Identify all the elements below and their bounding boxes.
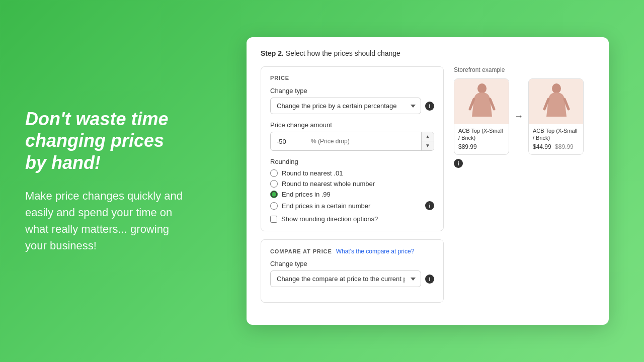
price-change-row: % (Price drop) ▲ ▼ xyxy=(270,132,434,151)
compare-change-type-row: Change the compare at price to the curre… xyxy=(270,270,434,287)
rounding-option-1: Round to nearest whole number xyxy=(270,180,434,188)
rounding-label: Rounding xyxy=(270,158,434,165)
rounding-info-icon[interactable]: i xyxy=(425,201,434,210)
price-suffix: % (Price drop) xyxy=(311,138,421,145)
storefront-info-icon[interactable]: i xyxy=(454,159,463,168)
storefront-area: Storefront example xyxy=(454,66,595,311)
product-silhouette-before xyxy=(467,81,497,122)
compare-at-label: COMPARE AT PRICE xyxy=(270,248,332,254)
product-silhouette-after xyxy=(541,81,572,122)
product-price-after: $44.99 $89.99 xyxy=(533,143,579,150)
step-header: Step 2. Select how the prices should cha… xyxy=(261,49,595,57)
product-name-before: ACB Top (X-Small / Brick) xyxy=(458,127,505,142)
main-content: PRICE Change type Change the price by a … xyxy=(261,66,595,311)
rounding-radio-3[interactable] xyxy=(270,202,278,210)
rounding-label-2: End prices in .99 xyxy=(282,191,331,198)
compare-change-type-select[interactable]: Change the compare at price to the curre… xyxy=(270,270,421,287)
product-info-after: ACB Top (X-Small / Brick) $44.99 $89.99 xyxy=(529,124,583,154)
new-price: $44.99 xyxy=(533,143,551,150)
product-card-after: ACB Top (X-Small / Brick) $44.99 $89.99 xyxy=(528,78,584,155)
price-change-label: Price change amount xyxy=(270,121,434,129)
change-type-select[interactable]: Change the price by a certain percentage… xyxy=(270,98,421,114)
rounding-option-3-row: End prices in a certain number i xyxy=(270,201,434,210)
product-img-after xyxy=(529,79,584,124)
left-panel: Don't waste time changing prices by hand… xyxy=(0,78,211,284)
svg-point-1 xyxy=(552,83,561,94)
change-type-info-icon[interactable]: i xyxy=(425,102,434,111)
rounding-radio-group: Round to nearest .01 Round to nearest wh… xyxy=(270,169,434,210)
headline: Don't waste time changing prices by hand… xyxy=(25,108,186,173)
product-price-before: $89.99 xyxy=(458,143,505,150)
old-price: $89.99 xyxy=(555,143,574,150)
rounding-radio-1[interactable] xyxy=(270,180,278,188)
rounding-option-2: End prices in .99 xyxy=(270,191,434,198)
product-card-before: ACB Top (X-Small / Brick) $89.99 xyxy=(454,78,509,155)
rounding-option-3: End prices in a certain number xyxy=(270,202,370,210)
rounding-section: Rounding Round to nearest .01 Round to n… xyxy=(270,158,434,223)
price-section: PRICE Change type Change the price by a … xyxy=(261,66,444,231)
product-info-before: ACB Top (X-Small / Brick) $89.99 xyxy=(454,124,509,154)
svg-point-0 xyxy=(477,83,487,94)
price-change-input[interactable] xyxy=(271,134,311,149)
compare-change-type-label: Change type xyxy=(270,260,434,267)
storefront-info-note: i xyxy=(454,159,595,168)
show-rounding-label: Show rounding direction options? xyxy=(281,215,378,223)
change-type-row: Change the price by a certain percentage… xyxy=(270,98,434,114)
price-stepper-up[interactable]: ▲ xyxy=(422,132,434,141)
compare-info-icon[interactable]: i xyxy=(425,275,434,284)
product-name-after: ACB Top (X-Small / Brick) xyxy=(533,127,579,142)
storefront-comparison: ACB Top (X-Small / Brick) $89.99 → xyxy=(454,78,595,155)
compare-label-row: COMPARE AT PRICE What's the compare at p… xyxy=(270,248,434,255)
step-number: Step 2. xyxy=(261,49,284,57)
step-desc-text: Select how the prices should change xyxy=(286,49,400,57)
rounding-radio-0[interactable] xyxy=(270,169,278,177)
rounding-radio-2[interactable] xyxy=(270,191,278,198)
show-rounding-checkbox[interactable] xyxy=(270,216,277,223)
main-card: Step 2. Select how the prices should cha… xyxy=(247,37,609,325)
price-section-label: PRICE xyxy=(270,75,434,81)
compare-at-link[interactable]: What's the compare at price? xyxy=(336,248,415,255)
rounding-label-3: End prices in a certain number xyxy=(282,202,370,210)
arrow-icon: → xyxy=(514,111,523,122)
storefront-label: Storefront example xyxy=(454,66,595,73)
right-panel: Step 2. Select how the prices should cha… xyxy=(211,27,644,335)
change-type-label: Change type xyxy=(270,87,434,95)
subtext: Make price changes quickly and easily an… xyxy=(25,188,186,254)
compare-section: COMPARE AT PRICE What's the compare at p… xyxy=(261,239,444,303)
rounding-label-1: Round to nearest whole number xyxy=(282,180,375,188)
rounding-label-0: Round to nearest .01 xyxy=(282,169,343,177)
price-stepper: ▲ ▼ xyxy=(421,132,434,150)
price-input-wrapper: % (Price drop) ▲ ▼ xyxy=(270,132,434,151)
product-img-before xyxy=(454,79,509,124)
form-area: PRICE Change type Change the price by a … xyxy=(261,66,444,311)
price-stepper-down[interactable]: ▼ xyxy=(422,141,434,150)
rounding-option-0: Round to nearest .01 xyxy=(270,169,434,177)
show-rounding-row: Show rounding direction options? xyxy=(270,215,434,223)
